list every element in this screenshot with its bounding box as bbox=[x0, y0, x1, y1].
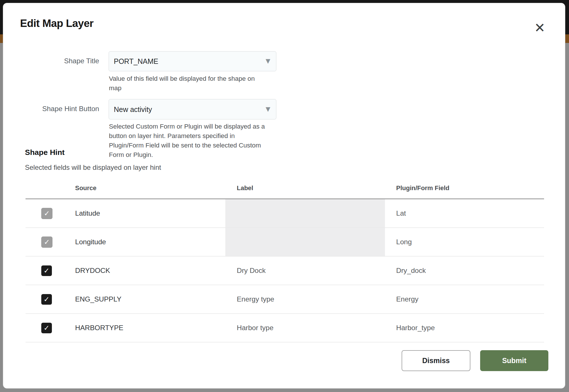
shape-title-value: PORT_NAME bbox=[114, 57, 158, 66]
label-cell: Harbor type bbox=[237, 324, 273, 332]
dismiss-button[interactable]: Dismiss bbox=[402, 350, 470, 371]
source-cell: Longitude bbox=[75, 238, 106, 246]
checkmark-icon: ✓ bbox=[44, 267, 50, 274]
plugin-cell: Lat bbox=[396, 209, 406, 217]
shape-title-help-text: Value of this field will be displayed fo… bbox=[109, 74, 281, 93]
shape-hint-button-value: New activity bbox=[114, 105, 152, 113]
close-button[interactable]: ✕ bbox=[531, 19, 548, 36]
row-checkbox[interactable]: ✓ bbox=[41, 265, 52, 276]
checkmark-icon: ✓ bbox=[44, 239, 50, 246]
label-cell: Dry Dock bbox=[237, 267, 266, 275]
edit-map-layer-dialog: Edit Map Layer ✕ Shape Title PORT_NAME ▼… bbox=[3, 3, 565, 389]
submit-button[interactable]: Submit bbox=[480, 350, 548, 371]
plugin-form-field-column-header: Plugin/Form Field bbox=[385, 180, 544, 197]
shape-hint-button-select[interactable]: New activity ▼ bbox=[109, 99, 276, 119]
shape-hint-heading: Shape Hint bbox=[25, 148, 64, 157]
dialog-title: Edit Map Layer bbox=[20, 17, 93, 29]
row-checkbox-disabled: ✓ bbox=[41, 237, 52, 248]
dropdown-caret-icon: ▼ bbox=[266, 106, 270, 113]
checkmark-icon: ✓ bbox=[44, 324, 50, 332]
shape-title-label: Shape Title bbox=[13, 57, 99, 65]
plugin-cell: Harbor_type bbox=[396, 324, 435, 332]
source-cell: Latitude bbox=[75, 209, 100, 217]
table-row-latitude: ✓ Latitude Lat bbox=[26, 199, 544, 228]
checkmark-icon: ✓ bbox=[44, 296, 50, 303]
table-row-harbortype: ✓ HARBORTYPE Harbor type Harbor_type bbox=[26, 314, 544, 342]
row-checkbox[interactable]: ✓ bbox=[41, 294, 52, 305]
shape-hint-fields-table: Source Label Plugin/Form Field ✓ Latitud… bbox=[26, 180, 544, 342]
dropdown-caret-icon: ▼ bbox=[266, 58, 270, 64]
shape-hint-button-label: Shape Hint Button bbox=[13, 105, 99, 113]
table-header-row: Source Label Plugin/Form Field bbox=[26, 180, 544, 199]
source-cell: HARBORTYPE bbox=[75, 324, 123, 332]
source-column-header: Source bbox=[67, 180, 225, 197]
source-cell: DRYDOCK bbox=[75, 267, 110, 275]
row-checkbox[interactable]: ✓ bbox=[41, 323, 52, 333]
table-row-longitude: ✓ Longitude Long bbox=[26, 228, 544, 257]
label-cell: Energy type bbox=[237, 295, 274, 303]
close-icon: ✕ bbox=[534, 20, 545, 36]
table-row-eng-supply: ✓ ENG_SUPPLY Energy type Energy bbox=[26, 285, 544, 314]
checkmark-icon: ✓ bbox=[44, 210, 50, 217]
plugin-cell: Long bbox=[396, 238, 412, 246]
shape-hint-subtitle: Selected fields will be displayed on lay… bbox=[25, 164, 161, 172]
checkbox-column-header bbox=[26, 180, 67, 197]
shape-title-select[interactable]: PORT_NAME ▼ bbox=[109, 51, 276, 71]
plugin-cell: Energy bbox=[396, 295, 419, 303]
source-cell: ENG_SUPPLY bbox=[75, 295, 122, 303]
row-checkbox-disabled: ✓ bbox=[41, 208, 52, 219]
table-row-drydock: ✓ DRYDOCK Dry Dock Dry_dock bbox=[26, 257, 544, 285]
plugin-cell: Dry_dock bbox=[396, 267, 426, 275]
shape-hint-button-help-text: Selected Custom Form or Plugin will be d… bbox=[109, 122, 281, 159]
label-column-header: Label bbox=[225, 180, 385, 197]
